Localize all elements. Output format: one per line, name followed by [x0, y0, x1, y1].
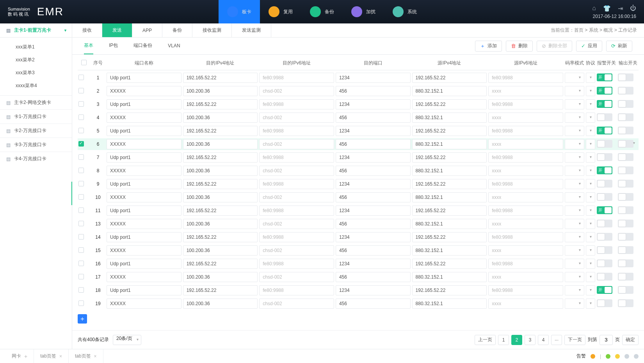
dest-port-input[interactable]	[336, 166, 411, 176]
dest-port-input[interactable]	[336, 192, 411, 202]
dest-port-input[interactable]	[336, 126, 411, 136]
bitrate-mode-select[interactable]	[565, 272, 585, 282]
dest-ipv4-input[interactable]	[183, 299, 258, 309]
tab-接收[interactable]: 接收	[72, 23, 102, 37]
src-ipv4-input[interactable]	[412, 113, 487, 123]
bottom-tab[interactable]: 网卡+	[5, 349, 34, 363]
row-checkbox[interactable]	[78, 181, 84, 186]
src-ipv6-input[interactable]	[488, 245, 563, 256]
alarm-toggle[interactable]	[597, 273, 612, 281]
bottom-tab[interactable]: tab页签×	[34, 349, 69, 363]
dest-ipv6-input[interactable]	[259, 113, 334, 123]
power-icon[interactable]: ⏻	[630, 5, 636, 12]
src-ipv4-input[interactable]	[412, 166, 487, 176]
alarm-toggle[interactable]: 开	[597, 87, 612, 95]
dest-ipv6-input[interactable]	[259, 179, 334, 189]
protocol-select[interactable]	[586, 272, 595, 282]
src-ipv4-input[interactable]	[412, 139, 487, 149]
logout-icon[interactable]: ⇥	[618, 5, 623, 12]
alarm-toggle[interactable]: 开	[597, 73, 612, 81]
output-toggle[interactable]	[618, 100, 633, 108]
dest-ipv4-input[interactable]	[183, 139, 258, 149]
goto-confirm-button[interactable]: 确定	[622, 335, 639, 345]
dest-port-input[interactable]	[336, 272, 411, 282]
alarm-toggle[interactable]	[597, 180, 612, 188]
protocol-select[interactable]	[586, 73, 595, 83]
add-tab-icon[interactable]: +	[24, 353, 27, 359]
dest-ipv6-input[interactable]	[259, 285, 334, 295]
status-dot-green[interactable]	[606, 354, 610, 359]
dest-ipv6-input[interactable]	[259, 73, 334, 83]
bitrate-mode-select[interactable]	[565, 113, 585, 123]
row-checkbox[interactable]	[78, 101, 84, 107]
port-name-input[interactable]	[107, 86, 181, 96]
src-ipv6-input[interactable]	[488, 113, 563, 123]
src-ipv6-input[interactable]	[488, 259, 563, 269]
port-name-input[interactable]	[107, 99, 181, 109]
src-ipv4-input[interactable]	[412, 272, 487, 282]
next-page-button[interactable]: 下一页	[564, 335, 585, 345]
topnav-系统[interactable]: 系统	[384, 0, 425, 23]
protocol-select[interactable]	[586, 206, 595, 216]
src-ipv6-input[interactable]	[488, 126, 563, 136]
protocol-select[interactable]	[586, 99, 595, 109]
port-name-input[interactable]	[107, 152, 181, 163]
row-checkbox[interactable]	[78, 261, 84, 266]
dest-port-input[interactable]	[336, 152, 411, 163]
protocol-select[interactable]	[586, 245, 595, 256]
dest-ipv4-input[interactable]	[183, 86, 258, 96]
src-ipv4-input[interactable]	[412, 152, 487, 163]
row-checkbox[interactable]	[78, 234, 84, 240]
port-name-input[interactable]	[107, 179, 181, 189]
home-icon[interactable]: ⌂	[592, 5, 596, 12]
src-ipv6-input[interactable]	[488, 99, 563, 109]
goto-page-input[interactable]	[600, 335, 613, 345]
src-ipv6-input[interactable]	[488, 285, 563, 295]
alarm-toggle[interactable]: 开	[597, 100, 612, 108]
tab-备份[interactable]: 备份	[162, 23, 192, 37]
dest-ipv4-input[interactable]	[183, 219, 258, 229]
src-ipv6-input[interactable]	[488, 166, 563, 176]
output-toggle[interactable]	[618, 140, 633, 148]
topnav-加扰[interactable]: 加扰	[343, 0, 384, 23]
dest-ipv6-input[interactable]	[259, 245, 334, 256]
subtab-IP包[interactable]: IP包	[109, 38, 118, 54]
row-checkbox[interactable]	[78, 247, 84, 253]
output-toggle[interactable]	[618, 233, 633, 241]
dest-ipv4-input[interactable]	[183, 285, 258, 295]
bitrate-mode-select[interactable]	[565, 73, 585, 83]
dest-port-input[interactable]	[336, 86, 411, 96]
sidebar-item[interactable]: ▤卡2-万兆接口卡	[0, 123, 72, 138]
shirt-icon[interactable]: 👕	[603, 5, 611, 12]
dest-ipv4-input[interactable]	[183, 206, 258, 216]
row-checkbox[interactable]	[78, 154, 84, 160]
prev-page-button[interactable]: 上一页	[475, 335, 496, 345]
bitrate-mode-select[interactable]	[565, 285, 585, 295]
dest-ipv6-input[interactable]	[259, 192, 334, 202]
page-4[interactable]: 4	[538, 335, 549, 345]
bitrate-mode-select[interactable]	[565, 86, 585, 96]
page-size-select[interactable]: 20条/页	[113, 335, 141, 345]
tab-接收监测[interactable]: 接收监测	[192, 23, 232, 37]
alarm-toggle[interactable]	[597, 246, 612, 254]
bitrate-mode-select[interactable]	[565, 126, 585, 136]
dest-port-input[interactable]	[336, 206, 411, 216]
src-ipv4-input[interactable]	[412, 73, 487, 83]
sidebar-sub-item[interactable]: xxxx菜单4	[0, 79, 72, 92]
dest-port-input[interactable]	[336, 179, 411, 189]
output-toggle[interactable]	[618, 166, 633, 174]
bitrate-mode-select[interactable]	[565, 152, 585, 163]
dest-ipv6-input[interactable]	[259, 139, 334, 149]
sidebar-sub-item[interactable]: xxx菜单2	[0, 54, 72, 66]
output-toggle[interactable]	[618, 259, 633, 267]
port-name-input[interactable]	[107, 245, 181, 256]
src-ipv4-input[interactable]	[412, 99, 487, 109]
sidebar-item[interactable]: ▤主卡2-网络交换卡	[0, 95, 72, 109]
bitrate-mode-select[interactable]	[565, 166, 585, 176]
dest-ipv4-input[interactable]	[183, 166, 258, 176]
dest-ipv4-input[interactable]	[183, 259, 258, 269]
sidebar-sub-item[interactable]: xxx菜单3	[0, 66, 72, 79]
page-2[interactable]: 2	[511, 335, 522, 345]
src-ipv6-input[interactable]	[488, 192, 563, 202]
dest-ipv4-input[interactable]	[183, 232, 258, 242]
